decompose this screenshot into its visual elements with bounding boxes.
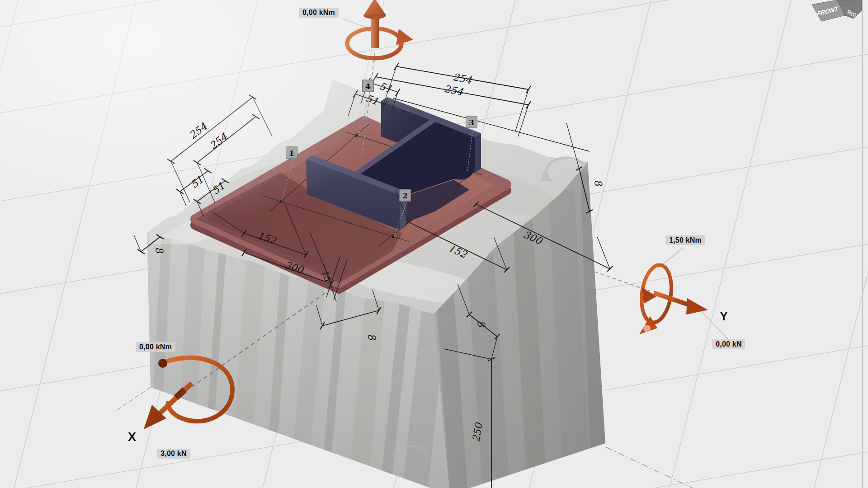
scene-3d-viewport[interactable]: FRONT RIGHT 0,00 kNm 1,50 kNm 0,00 kN Y … [0, 0, 868, 488]
view-cube[interactable]: FRONT RIGHT [812, 0, 864, 23]
column-back-flange-edge [475, 133, 481, 173]
y-ring-arrowhead [642, 287, 656, 304]
z-moment-label: 0,00 kNm [299, 8, 339, 18]
z-moment-arrow[interactable] [347, 0, 413, 58]
anchor-marker-2[interactable]: 2 [399, 189, 411, 202]
x-axis-label: X [128, 430, 136, 444]
x-force-label: 3,00 kN [157, 449, 190, 459]
y-force-label: 0,00 kN [712, 339, 745, 349]
y-arrow-head [686, 298, 708, 314]
anchor-4 [355, 134, 358, 137]
y-axis-label: Y [720, 310, 728, 324]
y-moment-arrow[interactable] [638, 263, 708, 334]
x-moment-label: 0,00 kNm [136, 342, 175, 352]
anchor-marker-4[interactable]: 4 [362, 80, 374, 92]
x-ring-cap [158, 359, 167, 368]
anchor-marker-3[interactable]: 3 [466, 116, 477, 128]
scene-canvas: FRONT RIGHT [0, 0, 868, 488]
y-moment-label: 1,50 kNm [665, 235, 705, 245]
anchor-marker-1[interactable]: 1 [286, 147, 297, 159]
y-ring-cap [643, 325, 651, 332]
z-ring-arrowhead [396, 29, 413, 45]
